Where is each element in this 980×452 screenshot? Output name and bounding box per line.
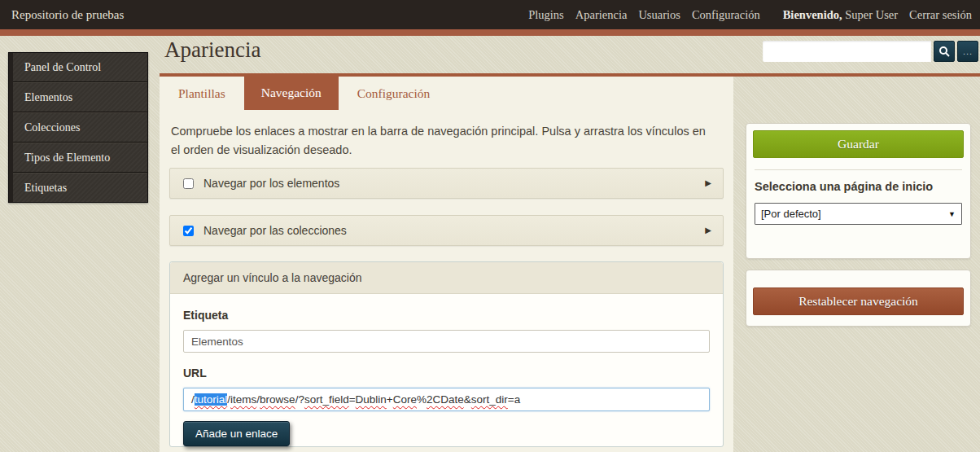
search-button[interactable]: [934, 41, 955, 62]
page-title: Apariencia: [164, 37, 260, 63]
reset-navigation-button[interactable]: Restablecer navegación: [753, 287, 964, 315]
tab-plantillas[interactable]: Plantillas: [160, 77, 244, 110]
add-link-panel-title: Agregar un vínculo a la navegación: [170, 262, 723, 294]
search-input[interactable]: [763, 41, 931, 62]
nav-configuracion[interactable]: Configuración: [692, 8, 760, 22]
sidebar-item-panel-de-control[interactable]: Panel de Control: [13, 53, 147, 82]
link-url-input[interactable]: /tutorial/items/browse/?sort_field=Dubli…: [183, 388, 710, 411]
chevron-down-icon: ▼: [948, 210, 956, 218]
sidebar-item-elementos[interactable]: Elementos: [13, 82, 147, 112]
nav-plugins[interactable]: Plugins: [528, 8, 564, 22]
sidebar-item-tipos-de-elemento[interactable]: Tipos de Elemento: [13, 143, 147, 173]
save-card: Guardar Selecciona una página de inicio …: [746, 123, 971, 259]
search-options-button[interactable]: ...: [957, 41, 978, 62]
card-divider: [755, 169, 962, 170]
welcome-greeting: Bienvenido,: [783, 8, 842, 21]
tab-bar: Plantillas Navegación Configuración: [160, 73, 448, 110]
url-field-caption: URL: [183, 366, 710, 380]
sidebar-item-colecciones[interactable]: Colecciones: [13, 112, 147, 143]
admin-sidebar: Panel de Control Elementos Colecciones T…: [8, 52, 148, 203]
sidebar-item-etiquetas[interactable]: Etiquetas: [13, 173, 147, 202]
navigation-description: Compruebe los enlaces a mostrar en la ba…: [171, 122, 718, 160]
logout-link[interactable]: Cerrar sesión: [909, 8, 972, 22]
nav-link-row-colecciones[interactable]: Navegar por las colecciones ▶: [169, 215, 724, 246]
welcome-username[interactable]: Super User: [845, 8, 898, 21]
homepage-select[interactable]: [Por defecto] ▼: [755, 203, 962, 225]
app-window: Repositorio de pruebas Plugins Aparienci…: [0, 0, 980, 452]
nav-apariencia[interactable]: Apariencia: [575, 8, 628, 22]
nav-link-label: Navegar por los elementos: [203, 177, 705, 190]
nav-link-label: Navegar por las colecciones: [203, 224, 705, 237]
ellipsis-icon: ...: [963, 46, 973, 56]
reset-card: Restablecer navegación: [746, 270, 971, 327]
label-field-caption: Etiqueta: [183, 309, 710, 322]
nav-link-checkbox-elementos[interactable]: [183, 178, 194, 189]
nav-link-checkbox-colecciones[interactable]: [183, 226, 194, 236]
expand-arrow-icon[interactable]: ▶: [705, 179, 711, 187]
top-nav: Plugins Apariencia Usuarios Configuració…: [528, 8, 972, 22]
top-header: Repositorio de pruebas Plugins Aparienci…: [0, 0, 980, 29]
homepage-label: Selecciona una página de inicio: [755, 180, 962, 193]
search-icon: [938, 46, 950, 57]
link-label-input[interactable]: [183, 330, 710, 353]
tab-configuracion[interactable]: Configuración: [339, 77, 449, 110]
add-link-button[interactable]: Añade un enlace: [183, 421, 290, 446]
nav-link-row-elementos[interactable]: Navegar por los elementos ▶: [169, 168, 724, 199]
welcome-text: Bienvenido, Super User: [783, 8, 898, 22]
tab-navegacion[interactable]: Navegación: [244, 73, 339, 110]
accent-bar: [0, 29, 980, 36]
site-title: Repositorio de pruebas: [11, 8, 124, 22]
save-button[interactable]: Guardar: [753, 130, 964, 158]
nav-usuarios[interactable]: Usuarios: [638, 8, 680, 22]
add-link-panel-body: Etiqueta URL /tutorial/items/browse/?sor…: [170, 294, 723, 446]
homepage-selected-value: [Por defecto]: [761, 208, 821, 220]
add-link-panel: Agregar un vínculo a la navegación Etiqu…: [169, 261, 724, 447]
expand-arrow-icon[interactable]: ▶: [705, 226, 711, 235]
